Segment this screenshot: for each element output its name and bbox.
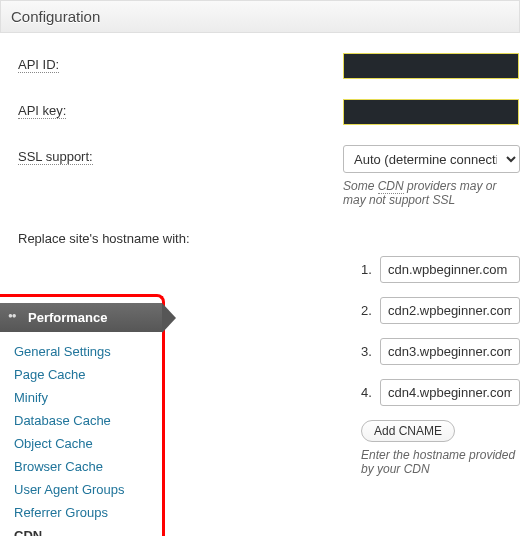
cname-number: 3. [361, 344, 380, 359]
cname-input-1[interactable] [380, 256, 520, 283]
cname-help-text: Enter the hostname provided by your CDN [361, 448, 520, 476]
section-header: Configuration [0, 0, 520, 33]
sidebar-item-general-settings[interactable]: General Settings [14, 344, 111, 359]
sidebar-item-database-cache[interactable]: Database Cache [14, 413, 111, 428]
sidebar-item-referrer-groups[interactable]: Referrer Groups [14, 505, 108, 520]
sidebar-header[interactable]: Performance [0, 303, 162, 332]
ssl-support-label: SSL support: [18, 145, 343, 164]
cname-row: 2. [361, 297, 520, 324]
sidebar-item-object-cache[interactable]: Object Cache [14, 436, 93, 451]
cname-input-4[interactable] [380, 379, 520, 406]
sidebar-performance-panel: Performance General Settings Page Cache … [0, 294, 165, 536]
cname-row: 4. [361, 379, 520, 406]
sidebar-item-user-agent-groups[interactable]: User Agent Groups [14, 482, 125, 497]
cname-row: 3. [361, 338, 520, 365]
api-key-input[interactable] [343, 99, 519, 125]
api-id-label: API ID: [18, 53, 343, 72]
performance-icon [8, 313, 22, 323]
cname-number: 1. [361, 262, 380, 277]
cname-input-2[interactable] [380, 297, 520, 324]
ssl-help-text: Some CDN providers may or may not suppor… [343, 179, 520, 207]
ssl-support-select[interactable]: Auto (determine connection type automati… [343, 145, 520, 173]
sidebar-item-browser-cache[interactable]: Browser Cache [14, 459, 103, 474]
sidebar-item-page-cache[interactable]: Page Cache [14, 367, 86, 382]
cname-row: 1. [361, 256, 520, 283]
cname-number: 2. [361, 303, 380, 318]
cname-number: 4. [361, 385, 380, 400]
sidebar-item-cdn[interactable]: CDN [14, 528, 42, 536]
sidebar-item-minify[interactable]: Minify [14, 390, 48, 405]
sidebar-title: Performance [28, 310, 107, 325]
api-key-label: API key: [18, 99, 343, 118]
api-id-input[interactable] [343, 53, 519, 79]
replace-hostname-label: Replace site's hostname with: [18, 227, 343, 246]
cname-input-3[interactable] [380, 338, 520, 365]
add-cname-button[interactable]: Add CNAME [361, 420, 455, 442]
